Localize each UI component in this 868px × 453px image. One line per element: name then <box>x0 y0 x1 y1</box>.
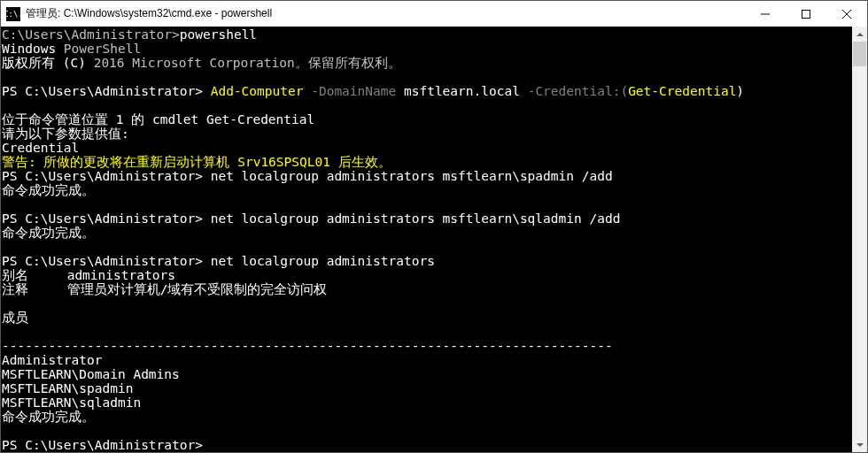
window-title: 管理员: C:\Windows\system32\cmd.exe - power… <box>26 6 745 21</box>
maximize-button[interactable] <box>786 1 826 27</box>
scroll-thumb[interactable] <box>853 42 866 66</box>
command-text: net localgroup administrators msftlearn\… <box>211 169 613 183</box>
output-text: 版权所有 (C) <box>2 56 86 70</box>
cmdlet: Get-Credential <box>628 84 736 98</box>
titlebar[interactable]: C:\. 管理员: C:\Windows\system32\cmd.exe - … <box>1 1 867 27</box>
arg: ) <box>736 84 744 98</box>
scroll-track[interactable] <box>852 42 867 437</box>
ps-prompt: PS C:\Users\Administrator> <box>2 254 211 268</box>
divider-line: ----------------------------------------… <box>2 339 613 353</box>
output-text: 命令成功完成。 <box>2 183 95 197</box>
warning-text: 警告: 所做的更改将在重新启动计算机 Srv16SPSQL01 后生效。 <box>2 155 391 169</box>
scroll-up-button[interactable] <box>852 27 867 42</box>
param: -Credential:( <box>520 84 628 98</box>
svg-marker-4 <box>856 33 864 36</box>
cmd-icon: C:\. <box>6 7 20 21</box>
cmd-window: C:\. 管理员: C:\Windows\system32\cmd.exe - … <box>0 0 868 453</box>
member-row: MSFTLEARN\Domain Admins <box>2 367 180 381</box>
arg: msftlearn.local <box>396 84 520 98</box>
output-text: 注释 管理员对计算机/域有不受限制的完全访问权 <box>2 282 327 296</box>
scrollbar[interactable] <box>852 27 867 452</box>
member-row: Administrator <box>2 353 103 367</box>
output-text: PowerShell <box>56 42 141 56</box>
output-text: Credential <box>2 141 79 155</box>
ps-prompt: PS C:\Users\Administrator> <box>2 169 211 183</box>
svg-rect-1 <box>802 10 810 18</box>
param: -DomainName <box>303 84 396 98</box>
minimize-button[interactable] <box>745 1 786 27</box>
command-text: net localgroup administrators msftlearn\… <box>211 211 621 226</box>
svg-marker-5 <box>856 443 864 447</box>
output-text: 命令成功完成。 <box>2 410 95 424</box>
output-text: 2016 Microsoft Corporation。保留所有权利。 <box>86 56 401 70</box>
window-controls <box>745 1 867 27</box>
terminal-area: C:\Users\Administrator>powershell Window… <box>1 27 867 452</box>
terminal-output[interactable]: C:\Users\Administrator>powershell Window… <box>1 27 852 452</box>
prompt: C:\Users\Administrator> <box>2 27 180 42</box>
output-text: 别名 administrators <box>2 268 175 282</box>
close-button[interactable] <box>826 1 867 27</box>
member-row: MSFTLEARN\sqladmin <box>2 395 141 410</box>
output-text: Windows <box>2 42 56 56</box>
cmdlet: Add-Computer <box>211 84 304 98</box>
ps-prompt: PS C:\Users\Administrator> <box>2 438 211 452</box>
output-text: 位于命令管道位置 1 的 cmdlet Get-Credential <box>2 112 314 127</box>
output-text: 命令成功完成。 <box>2 226 95 240</box>
command-text: net localgroup administrators <box>211 254 435 268</box>
member-row: MSFTLEARN\spadmin <box>2 381 133 395</box>
ps-prompt: PS C:\Users\Administrator> <box>2 84 211 98</box>
ps-prompt: PS C:\Users\Administrator> <box>2 211 211 226</box>
output-text: 成员 <box>2 311 28 325</box>
command-text: powershell <box>180 27 257 42</box>
output-text: 请为以下参数提供值: <box>2 127 129 141</box>
scroll-down-button[interactable] <box>852 437 867 452</box>
